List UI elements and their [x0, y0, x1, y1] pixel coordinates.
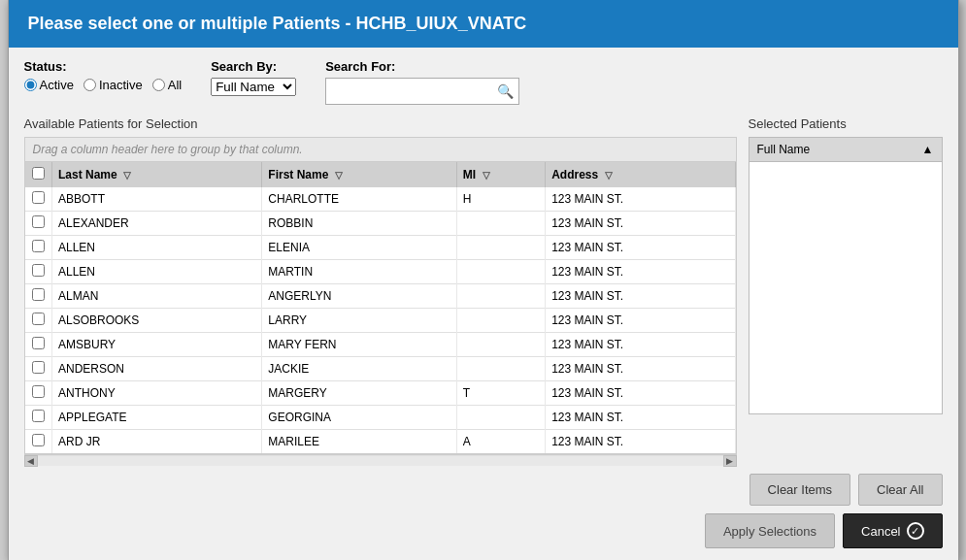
scroll-wrapper[interactable]: Last Name ▽ First Name ▽ MI ▽: [25, 162, 736, 453]
status-inactive-label[interactable]: Inactive: [83, 78, 143, 92]
dialog-header: Please select one or multiple Patients -…: [9, 0, 958, 48]
search-by-select[interactable]: Full Name Last Name First Name MRN: [211, 78, 296, 96]
scroll-left-arrow[interactable]: ◀: [24, 455, 38, 467]
table-row[interactable]: ANTHONY MARGERY T 123 MAIN ST.: [25, 381, 736, 406]
row-address: 123 MAIN ST.: [546, 333, 735, 357]
row-last-name: ARD JR: [52, 430, 262, 454]
row-checkbox-cell[interactable]: [25, 381, 52, 406]
row-checkbox[interactable]: [32, 361, 45, 374]
row-last-name: APPLEGATE: [52, 406, 262, 430]
select-all-checkbox[interactable]: [32, 167, 45, 180]
row-checkbox-cell[interactable]: [25, 430, 52, 454]
row-last-name: ALMAN: [52, 284, 262, 309]
row-last-name: ALEXANDER: [52, 212, 262, 236]
row-address: 123 MAIN ST.: [546, 309, 735, 333]
table-row[interactable]: ALLEN MARTIN 123 MAIN ST.: [25, 260, 736, 284]
action-buttons-row: Apply Selections Cancel ✓: [24, 513, 943, 548]
col-mi[interactable]: MI ▽: [456, 162, 545, 187]
row-last-name: ALSOBROOKS: [52, 309, 262, 333]
row-first-name: MARY FERN: [262, 333, 457, 357]
row-checkbox-cell[interactable]: [25, 333, 52, 357]
search-for-input-wrapper: 🔍: [325, 78, 519, 105]
scroll-track[interactable]: [38, 456, 723, 466]
row-checkbox-cell[interactable]: [25, 284, 52, 309]
table-row[interactable]: AMSBURY MARY FERN 123 MAIN ST.: [25, 333, 736, 357]
table-row[interactable]: ARD JR MARILEE A 123 MAIN ST.: [25, 430, 736, 454]
table-row[interactable]: ALMAN ANGERLYN 123 MAIN ST.: [25, 284, 736, 309]
row-first-name: GEORGINA: [262, 406, 457, 430]
status-all-radio[interactable]: [152, 79, 165, 91]
table-container: Last Name ▽ First Name ▽ MI ▽: [24, 161, 737, 454]
drag-hint: Drag a column header here to group by th…: [24, 137, 737, 161]
search-for-input[interactable]: [325, 78, 519, 105]
col-last-name[interactable]: Last Name ▽: [52, 162, 262, 187]
row-checkbox[interactable]: [32, 264, 45, 277]
status-inactive-radio[interactable]: [83, 79, 96, 91]
cancel-button[interactable]: Cancel ✓: [843, 513, 942, 548]
row-checkbox[interactable]: [32, 288, 45, 301]
row-checkbox-cell[interactable]: [25, 309, 52, 333]
patients-table: Last Name ▽ First Name ▽ MI ▽: [25, 162, 736, 453]
row-checkbox-cell[interactable]: [25, 357, 52, 381]
row-mi: [456, 260, 545, 284]
selected-sort-icon[interactable]: ▲: [922, 143, 934, 156]
row-mi: A: [456, 430, 545, 454]
row-last-name: ANDERSON: [52, 357, 262, 381]
row-address: 123 MAIN ST.: [546, 381, 735, 406]
clear-items-button[interactable]: Clear Items: [749, 474, 850, 506]
row-address: 123 MAIN ST.: [546, 406, 735, 430]
row-checkbox-cell[interactable]: [25, 260, 52, 284]
table-row[interactable]: APPLEGATE GEORGINA 123 MAIN ST.: [25, 406, 736, 430]
table-row[interactable]: ABBOTT CHARLOTTE H 123 MAIN ST.: [25, 187, 736, 212]
row-last-name: AMSBURY: [52, 333, 262, 357]
col-checkbox[interactable]: [25, 162, 52, 187]
row-checkbox[interactable]: [32, 240, 45, 252]
row-checkbox[interactable]: [32, 191, 45, 204]
row-checkbox-cell[interactable]: [25, 236, 52, 260]
bottom-right-buttons: Clear Items Clear All: [749, 474, 943, 506]
row-checkbox[interactable]: [32, 337, 45, 349]
status-filter-group: Status: Active Inactive All: [24, 59, 183, 96]
search-icon: 🔍: [497, 83, 514, 99]
table-row[interactable]: ALLEN ELENIA 123 MAIN ST.: [25, 236, 736, 260]
table-row[interactable]: ALSOBROOKS LARRY 123 MAIN ST.: [25, 309, 736, 333]
row-address: 123 MAIN ST.: [546, 212, 735, 236]
row-first-name: ELENIA: [262, 236, 457, 260]
scroll-right-arrow[interactable]: ▶: [723, 455, 737, 467]
status-active-radio[interactable]: [24, 79, 37, 91]
row-last-name: ABBOTT: [52, 187, 262, 212]
col-address[interactable]: Address ▽: [546, 162, 735, 187]
cancel-check-icon: ✓: [907, 522, 924, 540]
row-checkbox-cell[interactable]: [25, 212, 52, 236]
horizontal-scrollbar[interactable]: ◀ ▶: [24, 454, 737, 466]
col-first-name[interactable]: First Name ▽: [262, 162, 457, 187]
apply-selections-button[interactable]: Apply Selections: [705, 513, 835, 548]
dialog-title: Please select one or multiple Patients -…: [28, 14, 527, 33]
row-checkbox-cell[interactable]: [25, 406, 52, 430]
row-address: 123 MAIN ST.: [546, 236, 735, 260]
selected-panel-header: Full Name ▲: [749, 137, 943, 162]
bottom-row: Clear Items Clear All: [24, 474, 943, 506]
row-first-name: ROBBIN: [262, 212, 457, 236]
table-row[interactable]: ANDERSON JACKIE 123 MAIN ST.: [25, 357, 736, 381]
selected-column-header: Full Name: [757, 143, 811, 156]
row-address: 123 MAIN ST.: [546, 260, 735, 284]
row-checkbox[interactable]: [32, 434, 45, 446]
row-first-name: JACKIE: [262, 357, 457, 381]
table-header-row: Last Name ▽ First Name ▽ MI ▽: [25, 162, 736, 187]
row-checkbox[interactable]: [32, 313, 45, 325]
search-by-group: Search By: Full Name Last Name First Nam…: [211, 59, 296, 96]
row-first-name: ANGERLYN: [262, 284, 457, 309]
row-checkbox-cell[interactable]: [25, 187, 52, 212]
status-all-label[interactable]: All: [152, 78, 182, 92]
row-checkbox[interactable]: [32, 385, 45, 398]
search-for-label: Search For:: [325, 59, 519, 74]
row-first-name: CHARLOTTE: [262, 187, 457, 212]
row-mi: [456, 309, 545, 333]
clear-all-button[interactable]: Clear All: [858, 474, 942, 506]
table-row[interactable]: ALEXANDER ROBBIN 123 MAIN ST.: [25, 212, 736, 236]
status-active-label[interactable]: Active: [24, 78, 74, 92]
row-address: 123 MAIN ST.: [546, 284, 735, 309]
row-checkbox[interactable]: [32, 215, 45, 228]
row-checkbox[interactable]: [32, 410, 45, 422]
